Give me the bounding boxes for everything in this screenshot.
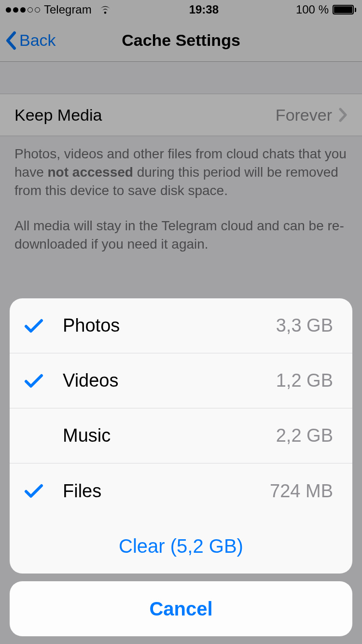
sheet-item-size: 2,2 GB [276,425,333,446]
sheet-item-videos[interactable]: Videos1,2 GB [10,353,352,408]
cancel-button[interactable]: Cancel [10,581,352,636]
checkmark-icon [24,373,63,389]
sheet-item-music[interactable]: Music2,2 GB [10,408,352,463]
sheet-item-label: Photos [63,315,276,336]
checkmark-icon [24,483,63,499]
clear-button[interactable]: Clear (5,2 GB) [10,518,352,574]
checkmark-icon [24,318,63,334]
sheet-item-photos[interactable]: Photos3,3 GB [10,298,352,353]
sheet-item-size: 724 MB [270,481,333,502]
sheet-item-label: Music [63,425,276,446]
sheet-item-size: 3,3 GB [276,315,333,336]
sheet-item-size: 1,2 GB [276,370,333,391]
sheet-item-label: Files [63,481,270,502]
action-sheet-panel: Photos3,3 GBVideos1,2 GBMusic2,2 GBFiles… [10,298,352,574]
sheet-item-files[interactable]: Files724 MB [10,463,352,518]
sheet-item-label: Videos [63,370,276,391]
action-sheet: Photos3,3 GBVideos1,2 GBMusic2,2 GBFiles… [10,298,352,636]
